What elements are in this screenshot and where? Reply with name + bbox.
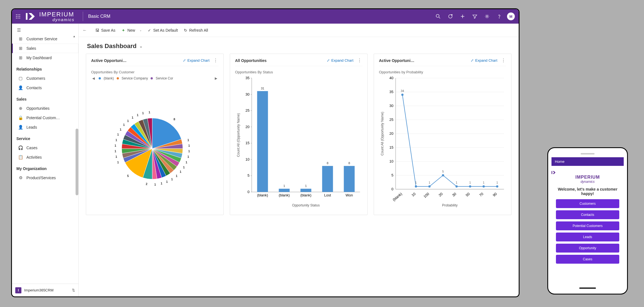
bar-chart[interactable]: 0510152025303531(blank)1(blank)1(blank)8… [235, 75, 362, 203]
svg-text:0: 0 [248, 190, 249, 194]
command-bar: ← 🖫Save As ＋New ⌄ ✓Set As Default ↻Refre… [79, 24, 519, 37]
svg-point-110 [415, 185, 417, 188]
svg-text:70: 70 [478, 192, 484, 198]
check-icon: ✓ [148, 28, 151, 33]
more-menu-button[interactable]: ⋮ [501, 58, 506, 63]
svg-text:1: 1 [429, 181, 430, 184]
expand-chart-button[interactable]: ⤢Expand Chart [327, 58, 354, 63]
sidebar-item-label: Leads [26, 125, 37, 129]
chart-subtitle: Opportunities By Status [235, 66, 362, 75]
svg-line-11 [439, 17, 440, 18]
card-opportunities-by-status: All Opportunities ⤢Expand Chart ⋮ Opport… [230, 54, 368, 215]
sidebar-item-opportunities[interactable]: ⊕Opportunities [12, 104, 78, 113]
sidebar-item-my-dashboard[interactable]: ⊞My Dashboard [12, 53, 78, 63]
sidebar-item-cases[interactable]: 🎧Cases [12, 143, 78, 153]
svg-text:20: 20 [390, 131, 393, 136]
sidebar-scrollbar[interactable] [76, 129, 78, 195]
app-name: Basic CRM [83, 12, 110, 21]
svg-text:1: 1 [114, 149, 116, 153]
svg-text:25: 25 [390, 118, 393, 122]
card-title: All Opportunities [235, 58, 267, 63]
expand-icon: ⤢ [327, 58, 330, 63]
svg-point-122 [496, 185, 498, 188]
add-icon[interactable] [456, 10, 469, 23]
settings-icon[interactable] [481, 10, 493, 23]
svg-point-114 [442, 174, 444, 176]
refresh-button[interactable]: ↻Refresh All [184, 28, 208, 33]
svg-text:1: 1 [137, 113, 138, 117]
mobile-button-customers[interactable]: Customers [556, 199, 619, 208]
line-chart[interactable]: 0510152025303540(blank)10100203050709034… [379, 75, 506, 203]
svg-text:5: 5 [391, 173, 393, 177]
mobile-button-cases[interactable]: Cases [556, 255, 619, 264]
svg-text:Count:All (Opportunity Name): Count:All (Opportunity Name) [236, 113, 240, 157]
sidebar-item-product-services[interactable]: ⚙Product/Services [12, 173, 78, 183]
sidebar-item-leads[interactable]: 👤Leads [12, 123, 78, 132]
legend-next-icon[interactable]: ▶ [214, 76, 218, 80]
set-default-button[interactable]: ✓Set As Default [148, 28, 178, 33]
filter-icon[interactable] [469, 10, 481, 23]
svg-point-118 [469, 185, 471, 188]
more-menu-button[interactable]: ⋮ [357, 58, 362, 63]
help-icon[interactable] [493, 10, 505, 23]
sidebar-item-contacts[interactable]: 👤Contacts [12, 83, 78, 93]
chart-subtitle: Opportunities by Probability [379, 66, 506, 75]
nav-group-relationships: Relationships [12, 63, 78, 74]
svg-text:30: 30 [246, 92, 249, 96]
svg-text:(blank): (blank) [300, 193, 311, 197]
svg-point-0 [16, 14, 17, 15]
search-icon[interactable] [432, 10, 444, 23]
svg-text:1: 1 [186, 161, 187, 164]
mobile-button-opportunity[interactable]: Opportunity [556, 244, 619, 253]
card-opportunities-by-customer: Active Opportuni… ⤢Expand Chart ⋮ Opport… [86, 54, 224, 215]
svg-text:1: 1 [183, 166, 185, 169]
expand-chart-button[interactable]: ⤢Expand Chart [183, 58, 210, 63]
app-launcher-icon[interactable] [16, 14, 24, 19]
svg-text:10: 10 [390, 159, 393, 163]
sidebar-item-customer-service[interactable]: ⊞Customer Service [12, 34, 78, 44]
svg-text:1: 1 [180, 170, 181, 173]
svg-text:1: 1 [188, 144, 190, 147]
svg-text:1: 1 [114, 144, 116, 147]
user-avatar[interactable]: M [507, 13, 515, 20]
svg-text:(blank): (blank) [279, 193, 290, 197]
back-button[interactable]: ← [83, 28, 89, 33]
sidebar-item-customers[interactable]: ▢Customers [12, 74, 78, 83]
svg-rect-126 [551, 171, 552, 174]
sidebar-item-label: Activities [26, 155, 42, 159]
svg-point-5 [19, 16, 20, 17]
card-title: Active Opportuni… [379, 58, 415, 63]
sidebar-collapse-button[interactable]: ☰ [15, 26, 23, 34]
svg-text:1: 1 [188, 149, 190, 153]
sidebar-item-activities[interactable]: 📋Activities [12, 153, 78, 162]
save-as-icon: 🖫 [95, 28, 99, 33]
sidebar-item-label: Customer Service [26, 37, 57, 41]
sidebar-item-label: My Dashboard [26, 56, 52, 60]
more-menu-button[interactable]: ⋮ [213, 58, 218, 63]
page-title[interactable]: Sales Dashboard ⌄ [79, 37, 519, 54]
svg-point-10 [436, 14, 439, 18]
app-switcher[interactable]: I Imperium365CRM ⇅ [12, 284, 78, 296]
svg-text:1: 1 [415, 181, 417, 184]
mobile-button-contacts[interactable]: Contacts [556, 210, 619, 219]
svg-text:0: 0 [391, 187, 393, 191]
legend-prev-icon[interactable]: ◀ [91, 76, 96, 80]
svg-text:Won: Won [346, 193, 353, 197]
svg-text:15: 15 [390, 145, 393, 149]
task-flow-icon[interactable] [444, 10, 456, 23]
expand-chart-button[interactable]: ⤢Expand Chart [471, 58, 498, 63]
sidebar-item-potential-customers[interactable]: 🔒Potential Custom… [12, 113, 78, 123]
svg-text:Opportunity Status: Opportunity Status [292, 203, 319, 207]
save-as-button[interactable]: 🖫Save As [95, 28, 115, 33]
svg-text:5: 5 [248, 173, 249, 178]
crm-window: IMPERIUMdynamics Basic CRM M ☰ ▲ ⊞Custom… [11, 8, 520, 297]
pie-chart[interactable]: 8111111111111251111111111111 [91, 82, 218, 210]
svg-text:1: 1 [115, 155, 117, 158]
new-dropdown-icon[interactable]: ⌄ [139, 29, 142, 32]
mobile-button-potential-customers[interactable]: Potential Customers [556, 221, 619, 230]
sidebar-item-sales[interactable]: ⊞Sales [12, 44, 78, 53]
new-button[interactable]: ＋New [121, 28, 135, 33]
svg-point-120 [483, 185, 485, 188]
app-switcher-label: Imperium365CRM [24, 288, 53, 292]
mobile-button-leads[interactable]: Leads [556, 233, 619, 241]
